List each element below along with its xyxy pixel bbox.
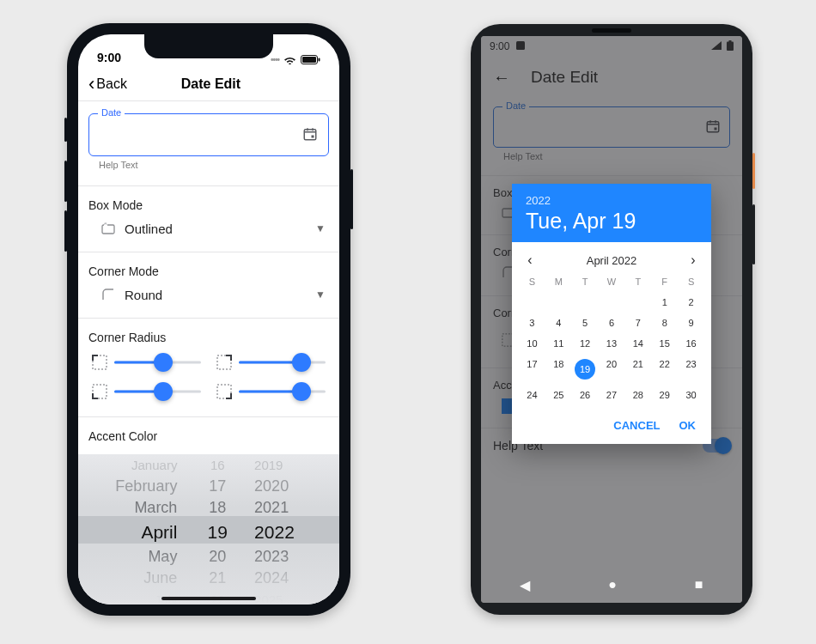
calendar-day[interactable]: 14 — [624, 333, 651, 354]
wheel-days-column[interactable]: 16171819202122 — [192, 454, 242, 605]
pixel-volume-button — [752, 204, 755, 264]
wheel-years-column[interactable]: 2019202020212022202320242025 — [242, 454, 339, 605]
calendar-day[interactable]: 16 — [678, 333, 704, 354]
svg-rect-1 — [302, 57, 316, 63]
calendar-day[interactable]: 5 — [572, 313, 599, 333]
box-mode-select[interactable]: A Outlined ▼ — [88, 221, 329, 236]
dialog-actions: CANCEL OK — [512, 405, 711, 444]
android-screen: 9:00 ← Date Edit Date Help Text — [481, 36, 742, 603]
corner-br-icon — [216, 384, 232, 399]
calendar-day[interactable]: 12 — [572, 333, 599, 354]
day-header: T — [572, 273, 599, 292]
ios-nav-bar: ‹ Back Date Edit — [78, 67, 339, 101]
calendar-day[interactable]: 25 — [545, 385, 572, 405]
cancel-button[interactable]: CANCEL — [613, 419, 660, 432]
wifi-icon — [283, 55, 296, 64]
month-nav: ‹ April 2022 › — [512, 242, 711, 273]
calendar-day[interactable]: 2 — [678, 292, 704, 313]
outlined-icon: A — [100, 221, 116, 236]
calendar-day[interactable]: 18 — [545, 354, 572, 385]
ios-date-wheel-picker[interactable]: JanuaryFebruaryMarchAprilMayJuneJuly 161… — [78, 454, 339, 605]
calendar-day[interactable]: 30 — [678, 385, 704, 405]
home-indicator[interactable] — [161, 597, 256, 600]
dialog-date[interactable]: Tue, Apr 19 — [526, 209, 697, 234]
calendar-day[interactable]: 24 — [519, 385, 545, 405]
ok-button[interactable]: OK — [679, 419, 697, 432]
calendar-grid: SMTWTFS123456789101112131415161718192021… — [512, 273, 711, 405]
day-header: F — [651, 273, 678, 292]
corner-radius-bl — [92, 382, 201, 401]
earpiece — [592, 28, 631, 33]
slider-br[interactable] — [239, 382, 326, 401]
corner-mode-section: Corner Mode Round ▼ — [88, 252, 329, 302]
corner-tl-icon — [92, 355, 107, 370]
iphone-side-button — [64, 161, 67, 202]
nav-back[interactable]: ◀ — [520, 577, 530, 593]
box-mode-title: Box Mode — [88, 198, 329, 212]
corner-radius-br — [216, 382, 326, 401]
calendar-day[interactable]: 1 — [651, 292, 678, 313]
calendar-day[interactable]: 20 — [599, 354, 625, 385]
wheel-months-column[interactable]: JanuaryFebruaryMarchAprilMayJuneJuly — [78, 454, 192, 605]
calendar-day[interactable]: 26 — [572, 385, 599, 405]
corner-bl-icon — [92, 384, 107, 399]
caret-down-icon: ▼ — [315, 222, 326, 234]
iphone-side-button — [64, 118, 67, 142]
box-mode-value: Outlined — [125, 222, 307, 236]
calendar-day[interactable]: 7 — [624, 313, 651, 333]
corner-radius-title: Corner Radius — [88, 331, 329, 344]
calendar-day[interactable]: 13 — [599, 333, 625, 354]
day-header: M — [545, 273, 572, 292]
svg-rect-4 — [312, 135, 314, 137]
page-title: Date Edit — [127, 76, 295, 92]
caret-down-icon: ▼ — [315, 289, 326, 301]
dialog-year[interactable]: 2022 — [526, 194, 697, 207]
cellular-icon: •••• — [271, 55, 279, 64]
calendar-day[interactable]: 3 — [519, 313, 545, 333]
calendar-day[interactable]: 28 — [624, 385, 651, 405]
iphone-notch — [144, 34, 273, 58]
calendar-day[interactable]: 29 — [651, 385, 678, 405]
android-nav-bar: ◀ ● ■ — [481, 567, 742, 603]
slider-tl[interactable] — [114, 353, 201, 372]
calendar-day[interactable]: 27 — [599, 385, 625, 405]
nav-home[interactable]: ● — [608, 577, 617, 592]
svg-rect-5 — [102, 225, 114, 234]
calendar-day[interactable]: 21 — [624, 354, 651, 385]
day-header: W — [599, 273, 625, 292]
calendar-day[interactable]: 17 — [519, 354, 545, 385]
svg-rect-10 — [93, 385, 107, 398]
corner-mode-title: Corner Mode — [88, 264, 329, 278]
corner-radius-section: Corner Radius — [88, 319, 329, 401]
svg-rect-3 — [304, 129, 316, 139]
calendar-day[interactable]: 23 — [678, 354, 704, 385]
round-corner-icon — [100, 287, 116, 302]
calendar-day[interactable]: 4 — [545, 313, 572, 333]
battery-icon — [301, 55, 320, 64]
calendar-day[interactable]: 11 — [545, 333, 572, 354]
iphone-side-button — [350, 169, 353, 229]
ios-content: Date Help Text Box Mode A Outlined ▼ — [78, 101, 339, 605]
android-frame: 9:00 ← Date Edit Date Help Text — [471, 24, 752, 615]
calendar-day[interactable]: 22 — [651, 354, 678, 385]
chevron-left-icon: ‹ — [88, 75, 94, 94]
calendar-day[interactable]: 19 — [572, 354, 599, 385]
calendar-day[interactable]: 9 — [678, 313, 704, 333]
calendar-day[interactable]: 6 — [599, 313, 625, 333]
next-month-button[interactable]: › — [684, 252, 703, 268]
corner-mode-select[interactable]: Round ▼ — [88, 287, 329, 302]
calendar-day[interactable]: 8 — [651, 313, 678, 333]
box-mode-section: Box Mode A Outlined ▼ — [88, 186, 329, 236]
date-input[interactable]: Date — [88, 113, 329, 156]
prev-month-button[interactable]: ‹ — [521, 252, 539, 268]
slider-tr[interactable] — [239, 353, 326, 372]
calendar-day[interactable]: 15 — [651, 333, 678, 354]
calendar-day[interactable]: 10 — [519, 333, 545, 354]
slider-bl[interactable] — [114, 382, 201, 401]
nav-recents[interactable]: ■ — [695, 577, 703, 592]
day-header: T — [624, 273, 651, 292]
calendar-icon — [302, 126, 318, 144]
day-header: S — [678, 273, 704, 292]
corner-radius-tl — [92, 353, 201, 372]
back-button[interactable]: ‹ Back — [88, 75, 127, 94]
